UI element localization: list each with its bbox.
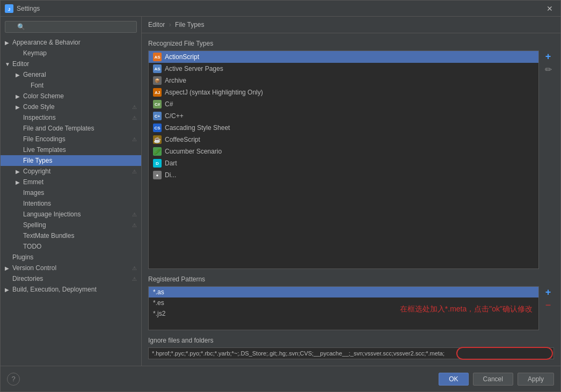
sidebar-item-file-encodings[interactable]: File Encodings ⚠ <box>1 134 141 144</box>
sidebar-item-intentions[interactable]: Intentions <box>1 198 141 209</box>
sidebar-item-label: Plugins <box>12 253 33 261</box>
pattern-item[interactable]: *.js2 <box>149 308 538 319</box>
list-item[interactable]: C+ C/C++ <box>149 110 538 122</box>
sidebar-item-copyright[interactable]: ▶ Copyright ⚠ <box>1 166 141 177</box>
breadcrumb-part2: File Types <box>175 21 204 28</box>
sidebar-item-label: TODO <box>23 243 41 250</box>
sidebar-item-code-style[interactable]: ▶ Code Style ⚠ <box>1 101 141 112</box>
sidebar-item-version-control[interactable]: ▶ Version Control ⚠ <box>1 263 141 273</box>
sidebar-item-live-templates[interactable]: Live Templates <box>1 144 141 155</box>
list-item[interactable]: ☕ CoffeeScript <box>149 134 538 146</box>
sidebar-item-label: Font <box>31 82 43 89</box>
search-box: 🔍 <box>1 17 141 37</box>
sidebar-item-label: File and Code Templates <box>23 125 94 132</box>
list-item[interactable]: CS Cascading Style Sheet <box>149 122 538 134</box>
dialog-footer: ? OK Cancel Apply <box>1 366 560 391</box>
sidebar-item-label: Color Scheme <box>23 92 64 100</box>
file-type-icon: 📦 <box>153 76 162 85</box>
ignore-input[interactable] <box>148 347 554 359</box>
file-type-name: CoffeeScript <box>165 136 200 143</box>
arrow-icon: ▶ <box>16 72 21 78</box>
list-item[interactable]: D Dart <box>149 157 538 169</box>
sidebar-item-label: General <box>23 71 46 78</box>
list-item[interactable]: ● Di... <box>149 169 538 181</box>
arrow-icon: ▶ <box>16 104 21 110</box>
arrow-icon: ▶ <box>5 287 10 293</box>
edit-file-type-button[interactable]: ✏ <box>542 63 554 75</box>
registered-patterns-section: Registered Patterns *.as *.es *.js2 + − <box>148 275 554 330</box>
add-file-type-button[interactable]: + <box>542 50 554 62</box>
list-item[interactable]: 📦 Archive <box>149 75 538 86</box>
sidebar-item-language-injections[interactable]: Language Injections ⚠ <box>1 209 141 220</box>
window-title: Settings <box>17 5 543 12</box>
sidebar-item-label: Emmet <box>23 178 43 186</box>
badge-icon: ⚠ <box>132 115 137 121</box>
sidebar-item-label: Keymap <box>23 49 47 57</box>
sidebar-item-label: Language Injections <box>23 210 81 218</box>
list-item[interactable]: AS Active Server Pages <box>149 63 538 75</box>
ok-button[interactable]: OK <box>439 373 468 386</box>
patterns-label: Registered Patterns <box>148 275 554 283</box>
file-type-name: C# <box>165 100 173 108</box>
content-area: Recognized File Types AS ActionScript AS… <box>142 33 560 366</box>
sidebar-item-file-and-code-templates[interactable]: File and Code Templates <box>1 123 141 134</box>
sidebar-item-build-execution[interactable]: ▶ Build, Execution, Deployment <box>1 284 141 295</box>
sidebar: 🔍 ▶ Appearance & Behavior Keymap ▼ Edito… <box>1 17 142 366</box>
settings-tree: ▶ Appearance & Behavior Keymap ▼ Editor … <box>1 37 141 366</box>
sidebar-item-label: Live Templates <box>23 146 66 154</box>
sidebar-item-keymap[interactable]: Keymap <box>1 48 141 59</box>
arrow-icon: ▶ <box>16 179 21 185</box>
sidebar-item-label: Appearance & Behavior <box>12 39 81 46</box>
sidebar-item-emmet[interactable]: ▶ Emmet <box>1 177 141 187</box>
recognized-label: Recognized File Types <box>148 40 554 47</box>
file-type-icon: 🥒 <box>153 147 162 156</box>
sidebar-item-images[interactable]: Images <box>1 187 141 198</box>
help-button[interactable]: ? <box>7 373 20 386</box>
sidebar-item-todo[interactable]: TODO <box>1 241 141 252</box>
file-type-icon: AJ <box>153 88 162 97</box>
file-type-name: Cascading Style Sheet <box>165 124 230 132</box>
sidebar-item-plugins[interactable]: Plugins <box>1 252 141 263</box>
sidebar-item-label: Version Control <box>12 264 56 272</box>
file-types-list[interactable]: AS ActionScript AS Active Server Pages 📦… <box>148 50 539 269</box>
sidebar-item-label: File Types <box>23 157 52 164</box>
arrow-icon: ▶ <box>16 93 21 99</box>
cancel-button[interactable]: Cancel <box>473 373 513 386</box>
add-pattern-button[interactable]: + <box>542 286 554 298</box>
sidebar-item-label: Images <box>23 189 44 197</box>
file-type-icon: ● <box>153 171 162 179</box>
breadcrumb: Editor › File Types <box>142 17 560 33</box>
sidebar-item-label: File Encodings <box>23 135 65 143</box>
sidebar-item-file-types[interactable]: File Types <box>1 155 141 166</box>
sidebar-item-font[interactable]: Font <box>1 80 141 91</box>
list-item[interactable]: C# C# <box>149 98 538 110</box>
sidebar-item-editor[interactable]: ▼ Editor <box>1 59 141 69</box>
apply-button[interactable]: Apply <box>518 373 554 386</box>
pattern-item[interactable]: *.as <box>149 287 538 297</box>
sidebar-item-color-scheme[interactable]: ▶ Color Scheme <box>1 91 141 101</box>
list-item[interactable]: 🥒 Cucumber Scenario <box>149 146 538 157</box>
sidebar-item-appearance[interactable]: ▶ Appearance & Behavior <box>1 37 141 48</box>
badge-icon: ⚠ <box>132 222 137 228</box>
settings-dialog: J Settings ✕ 🔍 ▶ Appearance & Behavior <box>0 0 561 392</box>
sidebar-item-label: Directories <box>12 275 43 282</box>
main-panel: Editor › File Types Recognized File Type… <box>142 17 560 366</box>
dialog-body: 🔍 ▶ Appearance & Behavior Keymap ▼ Edito… <box>1 17 560 366</box>
search-input[interactable] <box>5 21 137 33</box>
sidebar-item-general[interactable]: ▶ General <box>1 69 141 80</box>
close-button[interactable]: ✕ <box>543 3 556 14</box>
remove-pattern-button[interactable]: − <box>542 299 554 311</box>
sidebar-item-textmate-bundles[interactable]: TextMate Bundles <box>1 230 141 241</box>
list-item[interactable]: AJ AspectJ (syntax Highlighting Only) <box>149 86 538 98</box>
sidebar-item-spelling[interactable]: Spelling ⚠ <box>1 220 141 230</box>
patterns-list[interactable]: *.as *.es *.js2 <box>148 286 539 330</box>
badge-icon: ⚠ <box>132 276 137 282</box>
svg-text:J: J <box>8 7 10 12</box>
sidebar-item-directories[interactable]: Directories ⚠ <box>1 273 141 284</box>
file-type-name: ActionScript <box>165 53 199 61</box>
sidebar-item-inspections[interactable]: Inspections ⚠ <box>1 112 141 123</box>
sidebar-item-label: Inspections <box>23 114 56 121</box>
file-type-icon: ☕ <box>153 135 162 144</box>
pattern-item[interactable]: *.es <box>149 297 538 308</box>
list-item[interactable]: AS ActionScript <box>149 51 538 63</box>
